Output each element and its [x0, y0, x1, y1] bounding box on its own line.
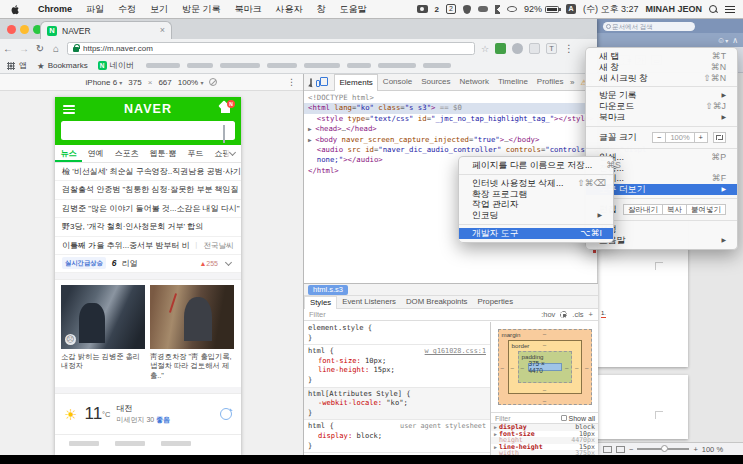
css-rule-element-style[interactable]: element.style { }	[304, 322, 490, 345]
spaces-icon[interactable]: 2	[446, 4, 456, 14]
menu-item-new-window[interactable]: 새 창⌘N	[586, 62, 737, 73]
battery-indicator[interactable]: 92%	[524, 4, 559, 14]
photo-news-card[interactable]: 靑경호차장 "靑 출입기록, 법절차 따라 검토해서 제출.."	[150, 285, 234, 382]
menubar-item-view[interactable]: 보기	[143, 0, 175, 19]
eye-icon[interactable]	[507, 6, 517, 12]
html-node-selected[interactable]: <html lang="ko" class="s s3"> == $0	[304, 103, 598, 113]
css-rule-user-agent[interactable]: user agent stylesheet html { display: bl…	[304, 420, 490, 453]
box-model-padding[interactable]: padding –– 375 × 4470	[518, 351, 572, 383]
menubar-item-help[interactable]: 도움말	[333, 0, 374, 19]
menu-item-bookmarks[interactable]: 북마크▶	[586, 112, 737, 123]
class-toggle[interactable]: .cls	[572, 310, 583, 319]
submenu-item-save-page[interactable]: 페이지를 다른 이름으로 저장...⌘S	[459, 160, 613, 171]
chrome-menu-icon[interactable]: ⋮	[564, 43, 574, 54]
menu-item-new-tab[interactable]: 새 탭⌘T	[586, 51, 737, 62]
close-window-button[interactable]	[7, 25, 16, 34]
zoom-in-icon[interactable]: +	[693, 445, 697, 454]
camera-icon[interactable]	[417, 5, 428, 13]
stylesheet-link[interactable]: w_g161028.css:1	[425, 347, 486, 357]
news-headline[interactable]: 이틀째 가을 추위...중서부 밤부터 비ㅣ전국날씨	[55, 237, 241, 255]
apple-logo-icon[interactable]	[10, 4, 21, 15]
style-node[interactable]: <style type="text/css" id="_jmc_no_tap_h…	[308, 114, 598, 124]
home-shortcut-icon[interactable]: N	[219, 103, 231, 113]
tab-event-listeners[interactable]: Event Listeners	[337, 296, 401, 308]
tab-news[interactable]: 뉴스	[55, 145, 82, 162]
devtools-tab-profiles[interactable]: Profiles	[532, 74, 568, 90]
device-toolbar-menu-icon[interactable]: ⋮	[287, 77, 296, 87]
fullscreen-icon[interactable]	[713, 132, 726, 143]
naver-logo[interactable]: NAVER	[55, 102, 241, 116]
box-model-border[interactable]: border –––– padding –– 375 × 4470	[508, 340, 582, 394]
css-rule-attributes-style[interactable]: html[Attributes Style] { -webkit-locale:…	[304, 388, 490, 421]
smiley-icon[interactable]: ☺▾	[717, 36, 728, 45]
viewport-width-field[interactable]: 375	[128, 78, 141, 87]
tab-entertainment[interactable]: 연예	[82, 145, 109, 162]
paste-button[interactable]: 붙여넣기	[686, 204, 726, 215]
devtools-tab-network[interactable]: Network	[455, 74, 493, 90]
box-model-content[interactable]: 375 × 4470	[528, 363, 562, 371]
submenu-item-encoding[interactable]: 인코딩▶	[459, 210, 613, 221]
cloud-icon[interactable]	[478, 6, 488, 12]
extension-icon[interactable]: T	[546, 43, 557, 54]
tab-food[interactable]: 푸드	[182, 145, 209, 162]
bookmarks-folder[interactable]: Bookmarks	[48, 61, 88, 70]
forward-icon[interactable]: →	[16, 43, 32, 54]
browser-tab[interactable]: N NAVER ×	[40, 21, 172, 39]
inspect-element-icon[interactable]	[310, 78, 312, 87]
zoom-in-button[interactable]: +	[694, 132, 708, 143]
page-view-icon[interactable]	[603, 446, 612, 453]
audio-node[interactable]: <audio src id="naver_dic_audio_controlle…	[308, 145, 598, 155]
devtools-tab-elements[interactable]: Elements	[334, 74, 378, 91]
news-headline[interactable]: 野3당, '개각 철회·인사청문회 거부' 합의	[55, 218, 241, 236]
zoom-select[interactable]: 100% ▾	[178, 78, 204, 87]
tab-sports[interactable]: 스포츠	[109, 145, 144, 162]
breadcrumb-html[interactable]: html.s.s3	[308, 285, 348, 295]
menubar-item-edit[interactable]: 수정	[111, 0, 143, 19]
tab-webtoon[interactable]: 웹툰·뿜	[144, 145, 182, 162]
minimize-window-button[interactable]	[20, 25, 29, 34]
secure-lock-icon[interactable]	[73, 47, 79, 52]
refresh-icon[interactable]	[220, 408, 232, 420]
zoom-percent[interactable]: 100 %	[702, 445, 723, 454]
menubar-item-window[interactable]: 창	[310, 0, 333, 19]
menu-item-history[interactable]: 방문 기록▶	[586, 90, 737, 101]
devtools-tab-sources[interactable]: Sources	[417, 74, 455, 90]
news-headline[interactable]: 檢 '비선실세' 최순실 구속영장..직권남용 공범·사기미수	[55, 163, 241, 181]
submenu-item-task-manager[interactable]: 작업 관리자	[459, 199, 613, 210]
collapse-toolbar-icon[interactable]: ∧	[732, 36, 738, 45]
input-source-icon[interactable]: A	[566, 4, 576, 14]
mic-icon[interactable]	[223, 125, 228, 132]
devtools-tab-console[interactable]: Console	[378, 74, 416, 90]
spotlight-search-icon[interactable]	[709, 5, 718, 14]
trending-keyword[interactable]: 리얼	[122, 258, 138, 269]
zoom-out-icon[interactable]: −	[629, 445, 633, 454]
network-throttle-icon[interactable]	[209, 78, 217, 86]
tab-dom-breakpoints[interactable]: DOM Breakpoints	[401, 296, 473, 308]
extension-icon[interactable]	[529, 43, 540, 54]
url-text[interactable]: https://m.naver.com	[83, 44, 153, 53]
menu-item-new-incognito[interactable]: 새 시크릿 창⇧⌘N	[586, 73, 737, 84]
menubar-item-bookmarks[interactable]: 북마크	[228, 0, 269, 19]
news-headline[interactable]: 검찰출석 안종범 "침통한 심정·잘못한 부분 책임질 것"	[55, 181, 241, 199]
zoom-slider-knob[interactable]	[661, 445, 668, 452]
tab-properties[interactable]: Properties	[473, 296, 519, 308]
more-tabs-icon[interactable]: »	[568, 78, 576, 87]
home-icon[interactable]: ⌂	[48, 43, 64, 54]
shield-icon[interactable]	[463, 5, 471, 14]
css-rule-html[interactable]: w_g161028.css:1 html { font-size: 10px; …	[304, 345, 490, 387]
extension-icon[interactable]	[512, 43, 523, 54]
address-bar[interactable]: https://m.naver.com	[67, 42, 475, 55]
menubar-item-history[interactable]: 방문 기록	[175, 0, 228, 19]
signal-icon[interactable]: 2	[435, 5, 439, 14]
cut-button[interactable]: 잘라내기	[623, 204, 663, 215]
blurred-bookmarks[interactable]	[146, 63, 451, 68]
box-model-diagram[interactable]: margin –––– border –––– padding –– 375 ×…	[498, 329, 592, 405]
copy-button[interactable]: 복사	[662, 204, 687, 215]
body-node[interactable]: ▶ <body naver_screen_capture_injected="t…	[308, 135, 598, 145]
realtime-trending-row[interactable]: 실시간급상승 6 리얼 ▲255	[55, 255, 241, 273]
menubar-item-people[interactable]: 사용자	[269, 0, 310, 19]
news-headline[interactable]: 김병준 "많은 이야기 들어볼 것...소감은 내일 다시"ㅣ전문	[55, 200, 241, 218]
reload-icon[interactable]: ↻	[32, 43, 48, 54]
notification-center-icon[interactable]	[725, 5, 735, 14]
extension-icon[interactable]	[495, 43, 506, 54]
